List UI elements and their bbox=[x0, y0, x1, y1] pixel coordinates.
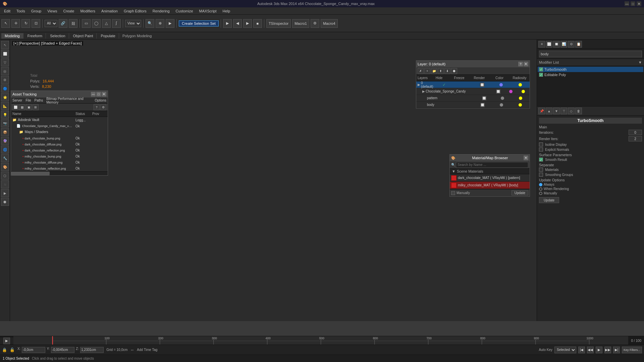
lm-cell-chocolate-color[interactable] bbox=[504, 90, 517, 93]
tool-render[interactable]: ▶ bbox=[166, 19, 174, 28]
menu-tools[interactable]: Tools bbox=[14, 8, 28, 14]
chocolate-radiosity-swatch[interactable] bbox=[522, 90, 525, 93]
ts-inspector-btn[interactable]: TSInspector bbox=[266, 19, 291, 28]
minimize-button[interactable]: — bbox=[625, 1, 629, 6]
key-filters-btn[interactable]: Key Filters... bbox=[622, 347, 642, 353]
tool-link[interactable]: 🔗 bbox=[59, 19, 67, 28]
tab-object-paint[interactable]: Object Paint bbox=[70, 33, 97, 39]
left-tool-13[interactable]: 🌀 bbox=[1, 145, 9, 154]
tool-select[interactable]: ↖ bbox=[1, 19, 10, 28]
isoline-checkbox[interactable] bbox=[539, 142, 543, 146]
manually-radio[interactable] bbox=[539, 192, 542, 195]
at-menu-file[interactable]: File bbox=[25, 99, 31, 102]
lm-cell-body-render[interactable]: 🔲 bbox=[473, 103, 492, 107]
lm-cell-default-render[interactable]: 🔲 bbox=[473, 82, 492, 87]
at-tool-4[interactable]: ⊞ bbox=[33, 104, 39, 110]
view-dropdown[interactable]: View bbox=[125, 20, 141, 27]
left-tool-8[interactable]: 📐 bbox=[1, 102, 9, 110]
tool-circle-select[interactable]: ◯ bbox=[92, 19, 101, 28]
macro-icon[interactable]: ⚙ bbox=[311, 19, 319, 28]
at-row-dark-reflection[interactable]: ▪ dark_chocolate_reflection.png Ok bbox=[11, 147, 108, 153]
at-row-dark-bump[interactable]: ▪ dark_chocolate_bump.png Ok bbox=[11, 135, 108, 141]
rp-icon-1[interactable]: ☀ bbox=[538, 41, 545, 48]
tool-box-select[interactable]: ▭ bbox=[82, 19, 91, 28]
update-button[interactable]: Update bbox=[539, 197, 559, 203]
timeline-track[interactable]: 100 200 300 400 500 600 700 800 900 1000 bbox=[13, 336, 628, 346]
scene-materials-arrow[interactable]: ▼ bbox=[452, 169, 455, 173]
at-row-maps-shaders[interactable]: 📁 Maps / Shaders bbox=[11, 129, 108, 135]
rp-icon-2[interactable]: ⬜ bbox=[546, 41, 552, 48]
tool-zoom-all[interactable]: ⊕ bbox=[156, 19, 164, 28]
at-restore[interactable]: □ bbox=[96, 92, 101, 97]
lm-row-body[interactable]: body 🔲 bbox=[416, 102, 530, 108]
pattern-radiosity-swatch[interactable] bbox=[519, 97, 522, 100]
lm-help[interactable]: ? bbox=[518, 62, 523, 66]
tab-freeform[interactable]: Freeform bbox=[24, 33, 46, 39]
rp-icon-4[interactable]: 📊 bbox=[560, 41, 567, 48]
lm-tool-3[interactable]: 📁 bbox=[431, 68, 437, 74]
left-tool-5[interactable]: ⚙ bbox=[1, 76, 9, 84]
left-tool-10[interactable]: 📷 bbox=[1, 119, 9, 127]
macro1-btn[interactable]: Macro1 bbox=[292, 19, 309, 28]
left-tool-3[interactable]: ▽ bbox=[1, 58, 9, 66]
stop-button[interactable]: ■ bbox=[253, 19, 262, 28]
lm-cell-default-hide[interactable]: ✓ bbox=[435, 82, 454, 87]
pattern-color-swatch[interactable] bbox=[501, 97, 504, 100]
tool-scale[interactable]: ⊡ bbox=[32, 19, 40, 28]
left-tool-4[interactable]: ◎ bbox=[1, 67, 9, 75]
tool-move[interactable]: ✛ bbox=[11, 19, 20, 28]
lm-row-default[interactable]: ▶ 0 (default) ✓ 🔲 bbox=[416, 81, 530, 88]
at-tool-1[interactable]: ⬜ bbox=[12, 104, 18, 110]
modifier-turbosmooth-checkbox[interactable]: ✓ bbox=[539, 67, 543, 71]
at-menu-bitmap[interactable]: Bitmap Performance and Memory bbox=[46, 97, 91, 104]
lm-cell-pattern-radiosity[interactable] bbox=[512, 97, 530, 100]
at-menu-server[interactable]: Server bbox=[12, 99, 22, 102]
macro4-btn[interactable]: Macro4 bbox=[321, 19, 338, 28]
play-btn[interactable]: ▶ bbox=[596, 347, 602, 353]
left-tool-16[interactable]: ⬡ bbox=[1, 172, 9, 180]
default-color-swatch[interactable] bbox=[499, 83, 503, 86]
lm-cell-body-color[interactable] bbox=[492, 103, 511, 107]
modifier-editable-poly-checkbox[interactable]: ✓ bbox=[539, 73, 543, 77]
always-radio[interactable] bbox=[539, 183, 542, 186]
menu-modifiers[interactable]: Modifiers bbox=[77, 8, 98, 14]
move-up-icon[interactable]: ▲ bbox=[546, 108, 552, 114]
tool-unlink[interactable]: ⛓ bbox=[69, 19, 77, 28]
pin-icon[interactable]: 📌 bbox=[538, 108, 545, 114]
left-tool-18[interactable]: ▶ bbox=[1, 189, 9, 197]
mb-close[interactable]: ✕ bbox=[524, 156, 528, 160]
menu-rendering[interactable]: Rendering bbox=[150, 8, 172, 14]
smoothing-groups-checkbox[interactable] bbox=[539, 173, 543, 177]
at-scrollbar-thumb[interactable] bbox=[11, 172, 50, 175]
at-menu-paths[interactable]: Paths bbox=[35, 99, 43, 102]
left-tool-9[interactable]: 💡 bbox=[1, 111, 9, 119]
left-tool-19[interactable]: ⬣ bbox=[1, 198, 9, 206]
left-tool-15[interactable]: 🎨 bbox=[1, 163, 9, 171]
rp-icon-3[interactable]: 🔲 bbox=[553, 41, 560, 48]
create-selection-btn[interactable]: Create Selection Set bbox=[179, 20, 219, 26]
menu-animation[interactable]: Animation bbox=[99, 8, 120, 14]
object-name-input[interactable] bbox=[539, 51, 642, 57]
lm-tool-4[interactable]: ⬆ bbox=[438, 68, 444, 74]
menu-help[interactable]: Help bbox=[220, 8, 233, 14]
mat-browser-titlebar[interactable]: 🎨 Material/Map Browser ✕ bbox=[450, 155, 530, 161]
lm-row-pattern[interactable]: pattern 🔲 bbox=[416, 95, 530, 102]
show-end-icon[interactable]: ⊤ bbox=[560, 108, 567, 114]
lm-tool-2[interactable]: + bbox=[424, 68, 430, 74]
tab-modeling[interactable]: Modeling bbox=[1, 33, 23, 39]
left-tool-14[interactable]: 🔧 bbox=[1, 154, 9, 162]
smooth-result-checkbox[interactable]: ✓ bbox=[539, 158, 543, 162]
modifier-turbosmooth[interactable]: ✓ TurboSmooth bbox=[538, 67, 643, 72]
at-help-btn[interactable]: ? bbox=[94, 104, 100, 110]
lm-tool-1[interactable]: ✗ bbox=[418, 68, 424, 74]
lm-tool-6[interactable]: ⬣ bbox=[451, 68, 457, 74]
menu-customize[interactable]: Customize bbox=[173, 8, 196, 14]
menu-edit[interactable]: Edit bbox=[1, 8, 13, 14]
next-frame-button[interactable]: ▶ bbox=[243, 19, 252, 28]
left-tool-2[interactable]: ⬜ bbox=[1, 50, 9, 58]
at-row-milky-bump[interactable]: ▪ milky_chocolate_bump.png Ok bbox=[11, 153, 108, 159]
lm-cell-default-color[interactable] bbox=[492, 83, 511, 86]
at-close[interactable]: ✕ bbox=[102, 92, 106, 97]
close-button[interactable]: ✕ bbox=[637, 1, 641, 6]
lm-cell-pattern-color[interactable] bbox=[493, 97, 512, 100]
